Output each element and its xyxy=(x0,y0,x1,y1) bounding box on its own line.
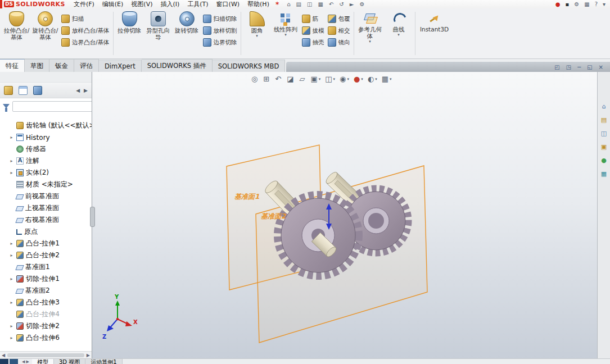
home-icon[interactable]: ⌂ xyxy=(602,103,606,110)
menu-item[interactable]: 插入(I) xyxy=(156,0,183,8)
menu-item[interactable]: 文件(F) xyxy=(70,0,98,8)
expander-icon[interactable]: ▸ xyxy=(9,300,14,305)
draft-button[interactable]: 拔模 xyxy=(302,26,324,35)
document-tab[interactable]: 模型 xyxy=(32,359,54,364)
tree-item[interactable]: 齿轮轴 (默认<<默认>_显示 xyxy=(1,120,92,131)
tree-item[interactable]: 传感器 xyxy=(1,143,92,155)
tree-item[interactable]: ▸ 凸台-拉伸1 xyxy=(1,238,92,249)
tree-item[interactable]: 材质 <未指定> xyxy=(1,179,92,190)
view-settings-icon[interactable]: ▦ ▾ xyxy=(382,75,392,83)
scroll-right-icon[interactable]: ▶ xyxy=(87,353,90,358)
view-orientation-icon[interactable]: ▣ ▾ xyxy=(310,75,320,83)
more-icon[interactable]: ▾ xyxy=(603,0,606,8)
fillet-button[interactable]: 圆角 ▾ xyxy=(243,10,272,57)
open-document-icon[interactable]: ▤ xyxy=(296,0,301,8)
annotation-view-icon[interactable]: ▱ xyxy=(299,75,306,83)
swept-cut-button[interactable]: 扫描切除 xyxy=(203,15,237,23)
chevron-down-icon[interactable]: ▾ xyxy=(256,34,258,38)
options-icon[interactable]: ⚙ xyxy=(359,0,364,8)
panel-splitter-handle[interactable] xyxy=(90,207,95,227)
command-tab[interactable]: SOLIDWORKS 插件 xyxy=(142,59,213,72)
menu-item[interactable]: 工具(T) xyxy=(183,0,212,8)
command-tab[interactable]: DimXpert xyxy=(99,60,142,72)
tree-item[interactable]: 凸台-拉伸4 xyxy=(1,308,92,320)
wrap-button[interactable]: 包覆 xyxy=(328,15,350,23)
tree-item[interactable]: 右视基准面 xyxy=(1,214,92,226)
expander-icon[interactable]: ▸ xyxy=(9,241,14,246)
panel-prev-icon[interactable]: ◀ xyxy=(76,88,80,93)
chevron-down-icon[interactable]: ▾ xyxy=(397,33,400,37)
expander-icon[interactable]: ▸ xyxy=(9,253,14,258)
new-window-icon[interactable]: ◳ xyxy=(566,64,571,70)
shell-button[interactable]: 抽壳 xyxy=(302,38,324,47)
tree-item[interactable]: 基准面1 xyxy=(1,261,92,273)
rebuild-icon[interactable]: ↺ xyxy=(339,0,344,8)
chevron-down-icon[interactable]: ▾ xyxy=(284,33,287,37)
expander-icon[interactable]: ▸ xyxy=(9,170,14,175)
tree-item[interactable]: 原点 xyxy=(1,226,92,238)
print-icon[interactable]: ▦ xyxy=(318,0,323,8)
lofted-boss-button[interactable]: 放样凸台/基体 xyxy=(61,26,110,35)
hide-show-items-icon[interactable]: ◉ ▾ xyxy=(340,75,349,83)
zoom-fit-icon[interactable]: ◎ xyxy=(251,75,259,83)
expander-icon[interactable]: ▸ xyxy=(9,276,14,281)
tree-item[interactable]: ▸ 切除-拉伸2 xyxy=(1,320,92,332)
tree-item[interactable]: ▸ 凸台-拉伸6 xyxy=(1,332,92,344)
reference-geometry-button[interactable]: 参考几何体 ▾ xyxy=(356,10,385,57)
minimize-window-icon[interactable]: ─ xyxy=(577,64,581,70)
edit-appearance-icon[interactable]: ● ▾ xyxy=(354,75,363,83)
propertymanager-tab-icon[interactable] xyxy=(19,86,28,95)
menu-item[interactable]: 视图(V) xyxy=(127,0,156,8)
window-layout-icon[interactable]: ▦ xyxy=(584,0,589,8)
tree-horizontal-scrollbar[interactable]: ◀ ▶ xyxy=(0,351,92,358)
undo-icon[interactable]: ↶ xyxy=(329,0,333,8)
expander-icon[interactable]: ▸ xyxy=(9,324,14,329)
boundary-cut-button[interactable]: 边界切除 xyxy=(203,38,237,47)
revolved-cut-button[interactable]: 旋转切除 xyxy=(173,10,201,57)
menu-item[interactable]: 帮助(H) xyxy=(243,0,273,8)
presence-icon[interactable]: ● xyxy=(555,0,561,8)
doc-tab-nav-arrows[interactable]: ◀ ▶ xyxy=(19,359,32,364)
select-icon[interactable]: ► xyxy=(350,0,354,8)
expander-icon[interactable]: ▸ xyxy=(9,335,14,340)
tree-item[interactable]: ▸ 实体(2) xyxy=(1,167,92,179)
custom-properties-icon[interactable]: ▦ xyxy=(601,170,607,178)
extruded-cut-button[interactable]: 拉伸切除 xyxy=(115,10,144,57)
linear-pattern-button[interactable]: 线性阵列 ▾ xyxy=(272,10,300,57)
command-tab[interactable]: SOLIDWORKS MBD xyxy=(213,60,286,72)
command-tab[interactable]: 评估 xyxy=(74,59,99,72)
tree-item[interactable]: ▸ 切除-拉伸1 xyxy=(1,273,92,285)
curves-button[interactable]: 曲线 ▾ xyxy=(385,10,413,57)
extruded-boss-button[interactable]: 拉伸凸台/基体 xyxy=(2,10,31,57)
tree-item[interactable]: ▸ 凸台-拉伸2 xyxy=(1,249,92,261)
document-tab[interactable]: 3D 视图 xyxy=(54,359,85,364)
design-library-icon[interactable]: ▤ xyxy=(601,116,607,124)
instant3d-button[interactable]: Instant3D xyxy=(417,10,452,57)
menu-item[interactable]: 编辑(E) xyxy=(98,0,128,8)
expander-icon[interactable]: ▸ xyxy=(9,158,14,163)
solidworks-flyout-icon[interactable]: * xyxy=(275,1,279,8)
graphics-area[interactable]: ◎ ⊞ ↶ ◪ ▱ ▣ xyxy=(92,72,597,358)
configurationmanager-tab-icon[interactable] xyxy=(33,86,42,95)
scrollbar-thumb[interactable] xyxy=(7,353,84,357)
save-icon[interactable]: ◫ xyxy=(307,0,312,8)
zoom-area-icon[interactable]: ⊞ xyxy=(263,75,270,83)
hole-wizard-button[interactable]: 异型孔向导 xyxy=(144,10,173,57)
apply-scene-icon[interactable]: ◐ ▾ xyxy=(368,75,377,83)
revolved-boss-button[interactable]: 旋转凸台/基体 xyxy=(31,10,60,57)
display-style-icon[interactable]: ◫ ▾ xyxy=(325,75,335,83)
rib-button[interactable]: 筋 xyxy=(302,15,324,23)
document-tab[interactable]: 运动算例1 xyxy=(85,359,122,364)
previous-view-icon[interactable]: ↶ xyxy=(275,75,282,83)
chevron-down-icon[interactable]: ▾ xyxy=(369,39,371,44)
apps-icon[interactable]: ▪ xyxy=(565,0,569,8)
command-tab[interactable]: 特征 xyxy=(0,59,25,72)
tree-item[interactable]: 上视基准面 xyxy=(1,202,92,214)
scroll-left-icon[interactable]: ◀ xyxy=(2,353,5,358)
settings-icon[interactable]: ⚙ xyxy=(574,0,579,8)
help-icon[interactable]: ? xyxy=(595,0,598,8)
panel-next-icon[interactable]: ▶ xyxy=(84,88,88,93)
split-pane-icon[interactable]: ◰ xyxy=(554,64,559,70)
section-view-icon[interactable]: ◪ xyxy=(287,75,295,83)
lofted-cut-button[interactable]: 放样切割 xyxy=(203,26,237,35)
